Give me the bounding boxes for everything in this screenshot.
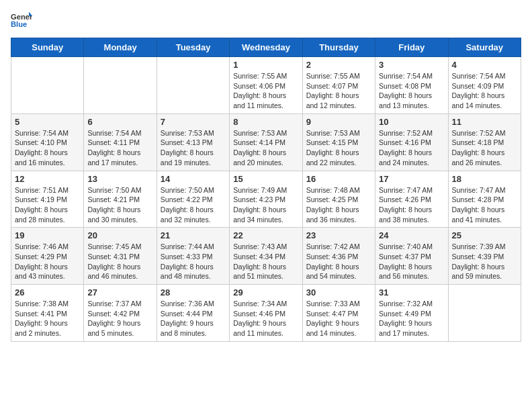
day-number: 29 [233, 287, 298, 298]
calendar-cell: 10Sunrise: 7:52 AM Sunset: 4:16 PM Dayli… [375, 113, 448, 171]
calendar-cell: 30Sunrise: 7:33 AM Sunset: 4:47 PM Dayli… [302, 285, 375, 342]
calendar-cell: 8Sunrise: 7:53 AM Sunset: 4:14 PM Daylig… [230, 113, 302, 171]
day-number: 20 [87, 230, 152, 240]
day-number: 17 [379, 174, 444, 184]
day-info: Sunrise: 7:44 AM Sunset: 4:33 PM Dayligh… [161, 242, 226, 281]
calendar-cell: 27Sunrise: 7:37 AM Sunset: 4:42 PM Dayli… [84, 285, 157, 342]
calendar-cell: 18Sunrise: 7:47 AM Sunset: 4:28 PM Dayli… [448, 171, 521, 228]
day-number: 15 [233, 174, 298, 184]
day-number: 6 [87, 117, 152, 127]
day-number: 28 [161, 287, 226, 298]
day-info: Sunrise: 7:52 AM Sunset: 4:16 PM Dayligh… [379, 128, 444, 168]
calendar-week-row: 1Sunrise: 7:55 AM Sunset: 4:06 PM Daylig… [11, 57, 521, 114]
svg-text:Blue: Blue [11, 20, 27, 28]
calendar-cell: 13Sunrise: 7:50 AM Sunset: 4:21 PM Dayli… [84, 171, 157, 228]
day-number: 3 [379, 60, 444, 70]
day-number: 4 [452, 60, 517, 70]
calendar-cell: 7Sunrise: 7:53 AM Sunset: 4:13 PM Daylig… [157, 113, 229, 171]
day-number: 5 [15, 117, 80, 127]
day-info: Sunrise: 7:52 AM Sunset: 4:18 PM Dayligh… [452, 128, 517, 168]
day-info: Sunrise: 7:54 AM Sunset: 4:08 PM Dayligh… [379, 71, 444, 111]
calendar-cell: 15Sunrise: 7:49 AM Sunset: 4:23 PM Dayli… [230, 171, 302, 228]
day-info: Sunrise: 7:33 AM Sunset: 4:47 PM Dayligh… [306, 299, 371, 338]
calendar-cell: 5Sunrise: 7:54 AM Sunset: 4:10 PM Daylig… [11, 113, 84, 171]
calendar-cell: 1Sunrise: 7:55 AM Sunset: 4:06 PM Daylig… [230, 57, 302, 114]
calendar-cell: 31Sunrise: 7:32 AM Sunset: 4:49 PM Dayli… [375, 285, 448, 342]
calendar-cell: 19Sunrise: 7:46 AM Sunset: 4:29 PM Dayli… [11, 228, 84, 285]
weekday-header-cell: Wednesday [230, 38, 302, 57]
calendar-table: SundayMondayTuesdayWednesdayThursdayFrid… [11, 38, 521, 342]
day-number: 16 [306, 174, 371, 184]
day-number: 22 [233, 230, 298, 240]
calendar-cell: 25Sunrise: 7:39 AM Sunset: 4:39 PM Dayli… [448, 228, 521, 285]
calendar-cell: 4Sunrise: 7:54 AM Sunset: 4:09 PM Daylig… [448, 57, 521, 114]
day-info: Sunrise: 7:49 AM Sunset: 4:23 PM Dayligh… [233, 185, 298, 225]
day-number: 26 [15, 287, 80, 298]
day-number: 27 [87, 287, 152, 298]
day-number: 2 [306, 60, 371, 70]
day-number: 31 [379, 287, 444, 298]
weekday-header-cell: Monday [84, 38, 157, 57]
day-info: Sunrise: 7:46 AM Sunset: 4:29 PM Dayligh… [15, 242, 80, 281]
calendar-body: 1Sunrise: 7:55 AM Sunset: 4:06 PM Daylig… [11, 57, 521, 342]
calendar-cell: 20Sunrise: 7:45 AM Sunset: 4:31 PM Dayli… [84, 228, 157, 285]
day-number: 21 [161, 230, 226, 240]
day-info: Sunrise: 7:53 AM Sunset: 4:15 PM Dayligh… [306, 128, 371, 168]
weekday-header-cell: Friday [375, 38, 448, 57]
weekday-header-cell: Saturday [448, 38, 521, 57]
day-info: Sunrise: 7:47 AM Sunset: 4:26 PM Dayligh… [379, 185, 444, 225]
day-info: Sunrise: 7:50 AM Sunset: 4:22 PM Dayligh… [161, 185, 226, 225]
calendar-cell [448, 285, 521, 342]
calendar-cell: 9Sunrise: 7:53 AM Sunset: 4:15 PM Daylig… [302, 113, 375, 171]
weekday-header-cell: Sunday [11, 38, 84, 57]
day-info: Sunrise: 7:53 AM Sunset: 4:13 PM Dayligh… [161, 128, 226, 168]
calendar-cell: 11Sunrise: 7:52 AM Sunset: 4:18 PM Dayli… [448, 113, 521, 171]
day-number: 9 [306, 117, 371, 127]
calendar-cell: 21Sunrise: 7:44 AM Sunset: 4:33 PM Dayli… [157, 228, 229, 285]
day-info: Sunrise: 7:38 AM Sunset: 4:41 PM Dayligh… [15, 299, 80, 338]
calendar-cell: 6Sunrise: 7:54 AM Sunset: 4:11 PM Daylig… [84, 113, 157, 171]
day-info: Sunrise: 7:43 AM Sunset: 4:34 PM Dayligh… [233, 242, 298, 281]
calendar-week-row: 19Sunrise: 7:46 AM Sunset: 4:29 PM Dayli… [11, 228, 521, 285]
logo: General Blue [11, 11, 32, 30]
calendar-cell: 24Sunrise: 7:40 AM Sunset: 4:37 PM Dayli… [375, 228, 448, 285]
calendar-cell [157, 57, 229, 114]
calendar-week-row: 26Sunrise: 7:38 AM Sunset: 4:41 PM Dayli… [11, 285, 521, 342]
calendar-week-row: 12Sunrise: 7:51 AM Sunset: 4:19 PM Dayli… [11, 171, 521, 228]
day-info: Sunrise: 7:53 AM Sunset: 4:14 PM Dayligh… [233, 128, 298, 168]
day-info: Sunrise: 7:54 AM Sunset: 4:10 PM Dayligh… [15, 128, 80, 168]
calendar-cell [84, 57, 157, 114]
page-header: General Blue [11, 11, 521, 30]
day-info: Sunrise: 7:36 AM Sunset: 4:44 PM Dayligh… [161, 299, 226, 338]
calendar-cell: 22Sunrise: 7:43 AM Sunset: 4:34 PM Dayli… [230, 228, 302, 285]
calendar-cell: 16Sunrise: 7:48 AM Sunset: 4:25 PM Dayli… [302, 171, 375, 228]
day-number: 1 [233, 60, 298, 70]
day-info: Sunrise: 7:54 AM Sunset: 4:09 PM Dayligh… [452, 71, 517, 111]
calendar-cell: 12Sunrise: 7:51 AM Sunset: 4:19 PM Dayli… [11, 171, 84, 228]
day-info: Sunrise: 7:55 AM Sunset: 4:07 PM Dayligh… [306, 71, 371, 111]
day-info: Sunrise: 7:42 AM Sunset: 4:36 PM Dayligh… [306, 242, 371, 281]
day-info: Sunrise: 7:50 AM Sunset: 4:21 PM Dayligh… [87, 185, 152, 225]
day-info: Sunrise: 7:54 AM Sunset: 4:11 PM Dayligh… [87, 128, 152, 168]
calendar-cell: 14Sunrise: 7:50 AM Sunset: 4:22 PM Dayli… [157, 171, 229, 228]
calendar-week-row: 5Sunrise: 7:54 AM Sunset: 4:10 PM Daylig… [11, 113, 521, 171]
day-info: Sunrise: 7:48 AM Sunset: 4:25 PM Dayligh… [306, 185, 371, 225]
day-info: Sunrise: 7:45 AM Sunset: 4:31 PM Dayligh… [87, 242, 152, 281]
calendar-cell: 28Sunrise: 7:36 AM Sunset: 4:44 PM Dayli… [157, 285, 229, 342]
day-info: Sunrise: 7:51 AM Sunset: 4:19 PM Dayligh… [15, 185, 80, 225]
day-number: 14 [161, 174, 226, 184]
day-info: Sunrise: 7:37 AM Sunset: 4:42 PM Dayligh… [87, 299, 152, 338]
day-number: 25 [452, 230, 517, 240]
calendar-cell: 17Sunrise: 7:47 AM Sunset: 4:26 PM Dayli… [375, 171, 448, 228]
day-info: Sunrise: 7:34 AM Sunset: 4:46 PM Dayligh… [233, 299, 298, 338]
day-number: 10 [379, 117, 444, 127]
day-number: 24 [379, 230, 444, 240]
day-info: Sunrise: 7:55 AM Sunset: 4:06 PM Dayligh… [233, 71, 298, 111]
weekday-header-row: SundayMondayTuesdayWednesdayThursdayFrid… [11, 38, 521, 57]
calendar-cell: 29Sunrise: 7:34 AM Sunset: 4:46 PM Dayli… [230, 285, 302, 342]
day-number: 18 [452, 174, 517, 184]
day-number: 7 [161, 117, 226, 127]
day-number: 8 [233, 117, 298, 127]
day-number: 30 [306, 287, 371, 298]
day-info: Sunrise: 7:39 AM Sunset: 4:39 PM Dayligh… [452, 242, 517, 281]
